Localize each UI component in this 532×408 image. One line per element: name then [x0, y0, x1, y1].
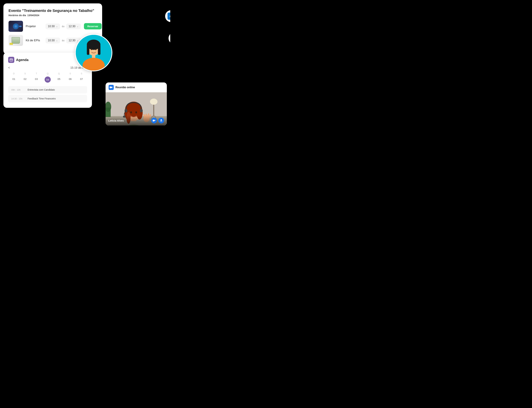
agenda-header: Agenda — [8, 57, 87, 63]
day-q2: Q — [53, 72, 64, 75]
event-2-name: Feedback Time Financeiro — [27, 97, 56, 100]
svg-point-8 — [95, 49, 97, 50]
agenda-title: Agenda — [16, 58, 28, 62]
projector-end-time[interactable]: 12:30 ⌄ — [66, 24, 81, 29]
projector-image — [9, 21, 23, 32]
prev-period-button[interactable]: < — [8, 66, 10, 69]
svg-text:O: O — [169, 14, 170, 18]
svg-rect-54 — [153, 120, 154, 121]
meeting-video: Letícia Alves — [106, 92, 167, 126]
svg-point-45 — [135, 111, 137, 113]
google-calendar-icon-container[interactable]: 31 — [168, 32, 170, 44]
svg-rect-3 — [87, 45, 89, 55]
day-d: D — [8, 72, 19, 75]
projector-start-time[interactable]: 10:30 ⌄ — [45, 24, 60, 29]
calendar-dates: 01 02 03 04 05 06 07 — [8, 76, 87, 83]
resource-row-projector: Projetor 10:30 ⌄ às 12:30 ⌄ Reservar — [9, 21, 97, 32]
svg-point-24 — [11, 60, 12, 61]
time-separator: às — [62, 25, 64, 28]
event-2-time: 14:30 - 15h — [11, 97, 25, 100]
meeting-person-name: Letícia Alves — [108, 119, 124, 122]
subtitle-prefix: Horários do dia — [9, 14, 26, 17]
date-02[interactable]: 02 — [19, 76, 31, 83]
agenda-icon — [8, 57, 14, 63]
meeting-header: Reunião online — [106, 83, 167, 92]
day-t: T — [31, 72, 42, 75]
chevron-down-icon: ⌄ — [77, 25, 79, 27]
profile-avatar — [75, 34, 112, 71]
time-separator-2: às — [62, 39, 64, 42]
epi-start-time[interactable]: 10:30 ⌄ — [45, 38, 60, 43]
svg-rect-25 — [110, 86, 112, 88]
projector-time-selector: 10:30 ⌄ às 12:30 ⌄ Reservar — [45, 23, 102, 29]
epi-label: Kit de EPIs — [26, 39, 43, 42]
event-1-time: 09h - 10h — [11, 89, 25, 91]
svg-rect-4 — [98, 45, 100, 55]
scene: Evento "Treinamento de Segurança no Taba… — [0, 0, 170, 131]
svg-point-29 — [150, 99, 158, 105]
date-01[interactable]: 01 — [8, 76, 19, 83]
date-03[interactable]: 03 — [31, 76, 42, 83]
svg-rect-55 — [161, 119, 162, 121]
calendar-days-header: D S T Q Q S S — [8, 72, 87, 75]
meeting-overlay: Letícia Alves — [106, 116, 167, 126]
svg-point-44 — [130, 111, 132, 113]
event-date-subtitle: Horários do dia 13/04/2024 — [9, 14, 97, 17]
meeting-mic-button[interactable] — [158, 118, 164, 123]
svg-rect-47 — [140, 109, 143, 112]
outlook-icon-container[interactable]: O — [165, 10, 170, 22]
meeting-video-icon — [109, 85, 114, 90]
calendar-nav: < 15-19 de Abril — [8, 66, 87, 69]
date-05[interactable]: 05 — [53, 76, 64, 83]
event-date: 13/04/2024 — [27, 14, 39, 17]
reserve-button[interactable]: Reservar — [84, 23, 102, 29]
day-s2: S — [64, 72, 76, 75]
day-s1: S — [19, 72, 31, 75]
event-item-2[interactable]: 14:30 - 15h Feedback Time Financeiro — [8, 95, 87, 102]
day-s3: S — [76, 72, 87, 75]
svg-point-7 — [91, 49, 92, 50]
meeting-title: Reunião online — [115, 86, 135, 89]
avatar-person — [76, 35, 112, 70]
date-07[interactable]: 07 — [76, 76, 87, 83]
projector-label: Projetor — [26, 25, 43, 28]
date-06[interactable]: 06 — [64, 76, 76, 83]
event-item-1[interactable]: 09h - 10h Entrevista com Candidato — [8, 86, 87, 94]
chevron-down-icon: ⌄ — [56, 39, 58, 42]
date-04[interactable]: 04 — [44, 76, 51, 83]
epi-time-selector: 10:30 ⌄ às 12:30 ⌄ — [45, 38, 81, 43]
outlook-icon: O — [168, 13, 170, 20]
epi-image — [9, 35, 23, 46]
meeting-video-button[interactable] — [151, 118, 157, 123]
event-title: Evento "Treinamento de Segurança no Taba… — [9, 8, 97, 13]
meeting-controls — [151, 118, 164, 123]
chevron-down-icon: ⌄ — [56, 25, 58, 27]
meeting-card: Reunião online — [106, 83, 167, 126]
event-1-name: Entrevista com Candidato — [27, 88, 55, 91]
day-q1: Q — [42, 72, 53, 75]
